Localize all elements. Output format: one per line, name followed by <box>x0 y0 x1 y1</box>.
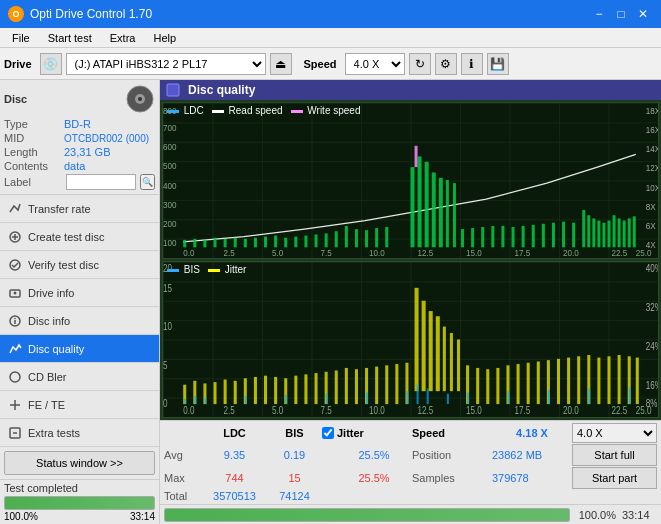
svg-text:20.0: 20.0 <box>563 406 579 417</box>
drive-icon-btn[interactable]: 💿 <box>40 53 62 75</box>
svg-rect-160 <box>486 369 489 404</box>
svg-rect-143 <box>335 371 338 405</box>
total-label: Total <box>164 490 202 502</box>
svg-text:5.0: 5.0 <box>272 248 284 258</box>
refresh-button[interactable]: ↻ <box>409 53 431 75</box>
svg-rect-80 <box>471 228 474 247</box>
svg-rect-155 <box>443 327 446 392</box>
samples-val: 379678 <box>492 472 572 484</box>
type-value: BD-R <box>64 118 91 130</box>
settings-button[interactable]: ⚙ <box>435 53 457 75</box>
svg-rect-133 <box>234 381 237 404</box>
close-button[interactable]: ✕ <box>633 4 653 24</box>
svg-text:0.0: 0.0 <box>183 406 194 417</box>
svg-rect-132 <box>224 380 227 405</box>
col-speed-val: 4.18 X <box>492 427 572 439</box>
verify-disc-icon <box>8 258 22 272</box>
svg-rect-135 <box>254 377 257 404</box>
col-speed-header: Speed <box>412 427 492 439</box>
nav-fe-te[interactable]: FE / TE <box>0 391 159 419</box>
svg-text:18X: 18X <box>646 105 658 115</box>
length-label: Length <box>4 146 64 158</box>
svg-text:7.5: 7.5 <box>321 406 332 417</box>
title-text: Opti Drive Control 1.70 <box>30 7 152 21</box>
svg-rect-100 <box>628 218 631 247</box>
speed-select[interactable]: 4.0 X <box>345 53 405 75</box>
svg-rect-52 <box>203 240 206 247</box>
svg-rect-167 <box>557 359 560 404</box>
menu-start-test[interactable]: Start test <box>40 30 100 46</box>
max-jitter: 25.5% <box>322 472 412 484</box>
svg-rect-78 <box>415 146 418 167</box>
svg-rect-63 <box>315 234 318 247</box>
svg-text:0.0: 0.0 <box>183 248 195 258</box>
nav-verify-test-disc[interactable]: Verify test disc <box>0 251 159 279</box>
avg-jitter: 25.5% <box>322 449 412 461</box>
svg-rect-181 <box>326 394 328 404</box>
svg-rect-136 <box>264 376 267 404</box>
label-button[interactable]: 🔍 <box>140 174 156 190</box>
svg-text:16X: 16X <box>646 125 658 135</box>
svg-rect-82 <box>491 226 494 247</box>
sidebar: Disc Type BD-R MID OTCBDR002 (000) Lengt… <box>0 80 160 524</box>
minimize-button[interactable]: − <box>589 4 609 24</box>
window-controls: − □ ✕ <box>589 4 653 24</box>
info-button[interactable]: ℹ <box>461 53 483 75</box>
nav-items: Transfer rate Create test disc Verify te… <box>0 195 159 447</box>
svg-text:10.0: 10.0 <box>369 248 385 258</box>
drive-select[interactable]: (J:) ATAPI iHBS312 2 PL17 <box>66 53 266 75</box>
mid-label: MID <box>4 132 64 144</box>
bottom-progress-percent: 100.0% <box>576 509 616 521</box>
svg-rect-54 <box>224 239 227 248</box>
svg-text:25.0: 25.0 <box>636 406 652 417</box>
avg-bis: 0.19 <box>267 449 322 461</box>
create-disc-icon <box>8 230 22 244</box>
chart-header: Disc quality <box>160 80 661 100</box>
svg-rect-163 <box>517 364 520 404</box>
svg-text:300: 300 <box>163 200 177 210</box>
svg-rect-169 <box>577 356 580 404</box>
svg-rect-147 <box>375 367 378 404</box>
nav-transfer-rate[interactable]: Transfer rate <box>0 195 159 223</box>
svg-rect-74 <box>432 172 436 247</box>
drive-label: Drive <box>4 58 32 70</box>
jitter-checkbox[interactable] <box>322 427 334 439</box>
progress-percent: 100.0% <box>4 511 38 522</box>
svg-rect-159 <box>476 368 479 404</box>
menu-file[interactable]: File <box>4 30 38 46</box>
svg-rect-75 <box>439 178 443 247</box>
svg-rect-168 <box>567 358 570 404</box>
svg-rect-72 <box>418 156 422 247</box>
speed-stats-select[interactable]: 4.0 X <box>572 423 657 443</box>
svg-text:0: 0 <box>163 398 167 409</box>
nav-disc-quality[interactable]: Disc quality <box>0 335 159 363</box>
svg-rect-70 <box>385 227 388 247</box>
svg-rect-61 <box>294 237 297 248</box>
nav-extra-tests[interactable]: Extra tests <box>0 419 159 447</box>
nav-disc-info[interactable]: Disc info <box>0 307 159 335</box>
start-part-button[interactable]: Start part <box>572 467 657 489</box>
maximize-button[interactable]: □ <box>611 4 631 24</box>
eject-button[interactable]: ⏏ <box>270 53 292 75</box>
nav-create-test-disc[interactable]: Create test disc <box>0 223 159 251</box>
svg-rect-148 <box>385 365 388 404</box>
nav-drive-info[interactable]: Drive info <box>0 279 159 307</box>
status-window-button[interactable]: Status window >> <box>4 451 155 475</box>
label-input[interactable] <box>66 174 136 190</box>
svg-text:22.5: 22.5 <box>612 406 628 417</box>
menu-extra[interactable]: Extra <box>102 30 144 46</box>
nav-cd-bler[interactable]: CD Bler <box>0 363 159 391</box>
start-full-button[interactable]: Start full <box>572 444 657 466</box>
svg-rect-59 <box>274 236 277 248</box>
svg-rect-66 <box>345 226 348 247</box>
title-bar: O Opti Drive Control 1.70 − □ ✕ <box>0 0 661 28</box>
svg-rect-182 <box>366 392 368 404</box>
bottom-progress-row: 100.0% 33:14 <box>160 504 661 524</box>
svg-rect-189 <box>548 390 550 404</box>
disc-quality-icon <box>8 342 22 356</box>
save-button[interactable]: 💾 <box>487 53 509 75</box>
menu-help[interactable]: Help <box>145 30 184 46</box>
svg-rect-81 <box>481 227 484 247</box>
lower-chart-svg: 20 15 10 5 0 40% 32% 24% 16% 8% 0.0 2.5 … <box>163 262 658 417</box>
svg-rect-180 <box>285 395 287 404</box>
